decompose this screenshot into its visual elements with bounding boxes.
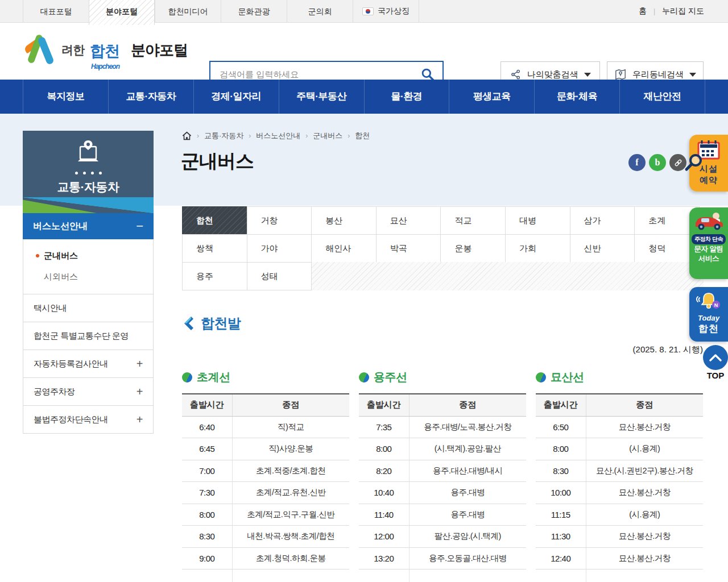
sidebar-section-bus-routes[interactable]: 버스노선안내 − <box>23 213 154 239</box>
sidebar-item[interactable]: 합천군 특별교통수단 운영 <box>23 322 154 350</box>
blog-share-icon[interactable]: b <box>649 154 666 171</box>
cell-departure-time: 9:00 <box>182 547 232 569</box>
region-tab[interactable]: 박곡 <box>376 234 441 263</box>
region-tab-grid: 합천거창봉산묘산적교대병삼가초계쌍책가야해인사박곡운봉가회신반청덕용주성태 <box>182 207 704 290</box>
home-link[interactable]: 홈 <box>639 6 647 16</box>
region-tab[interactable]: 묘산 <box>376 206 441 235</box>
today-line2: 합천 <box>689 322 728 335</box>
region-tab[interactable]: 가회 <box>505 234 570 263</box>
sidebar-item[interactable]: 불법주정차단속안내+ <box>23 405 154 434</box>
region-tab[interactable]: 용주 <box>182 262 247 290</box>
route-bullet-icon <box>359 372 369 383</box>
parking-badge: 주정차 단속 <box>692 234 726 244</box>
sidebar-submenu-item[interactable]: 시외버스 <box>23 266 153 287</box>
column-header: 출발시간 <box>359 394 409 416</box>
topbar-tab[interactable]: 군의회 <box>287 0 353 23</box>
table-row: 8:00(시.택계).공암.팔산 <box>359 438 526 460</box>
today-hapcheon-banner[interactable]: N Today 합천 <box>689 287 728 342</box>
parking-alert-banner[interactable]: 주정차 단속 문자 알림 서비스 <box>689 207 728 279</box>
breadcrumb-item[interactable]: 군내버스 <box>313 131 342 141</box>
cell-departure-time: 7:35 <box>359 416 409 438</box>
top-label: TOP <box>702 371 728 380</box>
region-tab[interactable]: 성태 <box>247 262 312 290</box>
cell-departure-time: 6:45 <box>182 438 232 460</box>
table-header-row: 출발시간종점 <box>182 394 349 416</box>
scroll-to-top-button[interactable] <box>703 345 728 370</box>
search-input[interactable] <box>210 69 413 79</box>
table-header-row: 출발시간종점 <box>536 394 703 416</box>
cell-destination: 내천.박곡.쌍책.초계/합천 <box>232 526 349 548</box>
home-icon[interactable] <box>182 131 192 140</box>
topbar-divider: | <box>653 7 655 15</box>
region-tab[interactable]: 삼가 <box>570 206 635 235</box>
site-logo[interactable]: 려한 합천 Hapcheon 분야포털 <box>23 33 188 66</box>
sidebar-submenu-item[interactable]: 군내버스 <box>23 245 153 266</box>
region-tab[interactable]: 쌍책 <box>182 234 247 263</box>
breadcrumb-item[interactable]: 합천 <box>355 131 370 141</box>
nav-item[interactable]: 재난안전 <box>619 80 705 114</box>
nav-item[interactable]: 복지정보 <box>23 80 108 114</box>
cell-destination <box>586 569 703 582</box>
timetable-title: 묘산선 <box>551 369 584 385</box>
table-row: 6:45직)사양.운봉 <box>182 438 349 460</box>
nav-item[interactable]: 문화·체육 <box>534 80 619 114</box>
cell-departure-time: 10:40 <box>359 482 409 504</box>
sidebar-item[interactable]: 자동차등록검사안내+ <box>23 350 154 378</box>
region-tab[interactable]: 합천 <box>182 206 247 235</box>
timetable-title: 초계선 <box>197 369 230 385</box>
breadcrumb-item[interactable]: 버스노선안내 <box>256 131 300 141</box>
region-tab[interactable]: 대병 <box>505 206 570 235</box>
region-tab[interactable]: 적교 <box>440 206 506 235</box>
cell-departure-time: 11:30 <box>536 526 586 548</box>
topbar-tab[interactable]: 분야포털 <box>89 0 155 25</box>
svg-text:N: N <box>714 302 718 308</box>
nav-item[interactable]: 주택·부동산 <box>279 80 364 114</box>
cell-destination: 묘산.봉산.거창 <box>586 526 703 548</box>
nav-item[interactable]: 경제·일자리 <box>193 80 279 114</box>
region-tab[interactable]: 해인사 <box>311 234 377 263</box>
cell-destination: 직)적교 <box>232 416 349 438</box>
cell-departure-time: 10:00 <box>536 482 586 504</box>
timetable: 용주선출발시간종점7:35용주.대병/노곡.봉산.거창8:00(시.택계).공암… <box>359 369 526 582</box>
cell-departure-time: 6:40 <box>182 416 232 438</box>
table-row: 12:40묘산.봉산.거창 <box>536 547 703 569</box>
timetable-table: 출발시간종점7:35용주.대병/노곡.봉산.거창8:00(시.택계).공암.팔산… <box>359 393 526 582</box>
table-row: 8:30내천.박곡.쌍책.초계/합천 <box>182 526 349 548</box>
nav-item[interactable]: 평생교육 <box>449 80 534 114</box>
topbar-tab[interactable]: 문화관광 <box>221 0 287 23</box>
sidebar-submenu: 군내버스시외버스 <box>23 239 154 294</box>
sidebar-item[interactable]: 공영주차장+ <box>23 377 154 406</box>
share-icons: f b <box>628 154 686 171</box>
region-tab[interactable]: 거창 <box>247 206 312 235</box>
facebook-share-icon[interactable]: f <box>628 154 646 171</box>
national-symbol-link[interactable]: 국가상징 <box>353 0 419 23</box>
sitemap-link[interactable]: 누리집 지도 <box>662 6 704 16</box>
region-tab[interactable]: 운봉 <box>440 234 506 263</box>
sidebar-item[interactable]: 택시안내 <box>23 294 154 322</box>
table-row: 10:40용주.대병 <box>359 482 526 504</box>
region-tab[interactable]: 봉산 <box>311 206 377 235</box>
cell-destination: 초계/적교.익구.구월.신반 <box>232 504 349 526</box>
cell-departure-time <box>182 569 232 582</box>
breadcrumb-item[interactable]: 교통·자동차 <box>204 131 243 141</box>
parking-line1: 문자 알림 <box>689 244 728 254</box>
cell-departure-time: 7:00 <box>182 460 232 482</box>
cell-destination: 용주.오동골.대산.대병 <box>409 547 526 569</box>
site-header: 려한 합천 Hapcheon 분야포털 나의맞춤검색 <box>0 23 728 80</box>
region-tab[interactable]: 가야 <box>247 234 312 263</box>
region-tab[interactable]: 신반 <box>570 234 635 263</box>
topbar-tab[interactable]: 대표포털 <box>23 0 89 23</box>
cell-departure-time: 13:20 <box>359 547 409 569</box>
table-row <box>359 569 526 582</box>
facility-line2: 예약 <box>689 174 728 186</box>
empty-hatch-area <box>312 262 704 290</box>
nav-item[interactable]: 물·환경 <box>364 80 449 114</box>
column-header: 종점 <box>409 394 526 416</box>
topbar-tab[interactable]: 합천미디어 <box>155 0 221 23</box>
sidebar-title: 교통·자동차 <box>23 179 154 195</box>
national-symbol-label: 국가상징 <box>378 6 410 16</box>
cell-departure-time <box>536 569 586 582</box>
logo-english: Hapcheon <box>91 63 119 70</box>
nav-item[interactable]: 교통·자동차 <box>108 80 193 114</box>
cell-destination: 초계/적교.유천.신반 <box>232 482 349 504</box>
